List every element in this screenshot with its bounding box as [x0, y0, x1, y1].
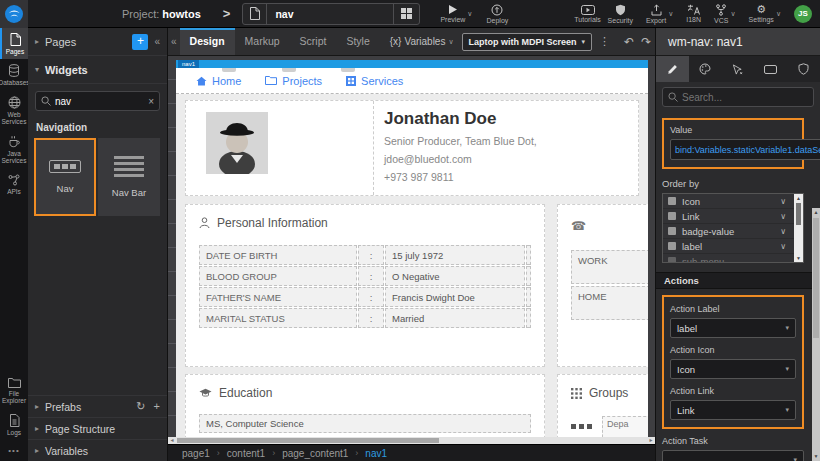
- variables-section-header[interactable]: ▸ Variables: [28, 439, 167, 461]
- listbox-scrollbar[interactable]: ▲ ▼: [794, 194, 803, 262]
- personal-info-card[interactable]: Personal Information DATE OF BIRTH : 15 …: [185, 204, 545, 367]
- order-by-item-label[interactable]: label ∨: [663, 239, 803, 254]
- drag-handle[interactable]: [341, 68, 355, 72]
- nav-link-projects[interactable]: Projects: [265, 75, 322, 87]
- breadcrumb-nav1[interactable]: nav1: [365, 448, 387, 459]
- pages-grid-icon[interactable]: [393, 4, 419, 24]
- rail-item-web-services[interactable]: Web Services: [0, 91, 28, 130]
- more-options-icon[interactable]: ⋮: [599, 35, 610, 48]
- tab-events[interactable]: [722, 56, 755, 82]
- widget-tile-navbar[interactable]: Nav Bar: [98, 138, 160, 216]
- rail-item-apis[interactable]: APIs: [0, 169, 28, 199]
- groups-card[interactable]: Groups Depa ▾: [557, 374, 648, 437]
- tab-style[interactable]: Style: [336, 28, 379, 55]
- panel-scrollbar[interactable]: ▲ ▼: [812, 208, 820, 461]
- scroll-left-icon[interactable]: ◂: [168, 437, 176, 444]
- checkbox[interactable]: [668, 227, 676, 235]
- widget-selection-bar[interactable]: nav1: [176, 60, 648, 68]
- refresh-prefabs-icon[interactable]: ↻: [136, 400, 145, 413]
- tab-script[interactable]: Script: [290, 28, 337, 55]
- chevron-down-icon[interactable]: ∨: [780, 212, 786, 221]
- action-label-select[interactable]: label ▾: [670, 318, 796, 338]
- order-by-item-badge-value[interactable]: badge-value ∨: [663, 224, 803, 239]
- tutorials-button[interactable]: Tutorials: [574, 5, 601, 23]
- rail-item-java-services[interactable]: Java Services: [0, 130, 28, 169]
- breadcrumb-content1[interactable]: content1: [227, 448, 265, 459]
- scrollbar-thumb[interactable]: [177, 438, 439, 443]
- canvas-page[interactable]: nav1 Home Projects: [176, 60, 648, 437]
- chevron-down-icon[interactable]: ∨: [780, 227, 786, 236]
- tab-device[interactable]: [754, 56, 787, 82]
- collapse-left-icon[interactable]: «: [168, 36, 180, 47]
- checkbox[interactable]: [668, 197, 676, 205]
- add-prefab-icon[interactable]: +: [154, 400, 160, 413]
- profile-card[interactable]: Jonathan Doe Senior Producer, Team Blue …: [185, 100, 639, 196]
- security-button[interactable]: Security: [608, 4, 633, 24]
- scroll-down-icon[interactable]: ▼: [812, 452, 820, 461]
- tab-styles[interactable]: [689, 56, 722, 82]
- variables-dropdown[interactable]: {x} Variables ∨: [390, 36, 454, 47]
- add-page-button[interactable]: +: [132, 34, 148, 50]
- export-button[interactable]: Export: [646, 4, 666, 24]
- vcs-chevron-icon[interactable]: ∨: [730, 10, 735, 18]
- pages-section-header[interactable]: ▸ Pages + «: [28, 28, 167, 56]
- drag-handle[interactable]: [222, 68, 236, 72]
- preview-button[interactable]: Preview: [440, 4, 465, 23]
- action-task-select[interactable]: ▾: [662, 450, 804, 461]
- i18n-button[interactable]: I18N: [686, 4, 701, 23]
- rail-item-file-explorer[interactable]: File Explorer: [0, 372, 28, 409]
- action-icon-select[interactable]: Icon ▾: [670, 359, 796, 379]
- device-selector[interactable]: Laptop with MDPI Screen ▾: [462, 33, 593, 51]
- scroll-right-icon[interactable]: ▸: [647, 437, 655, 444]
- export-chevron-icon[interactable]: ∨: [668, 10, 673, 18]
- app-logo[interactable]: [0, 0, 28, 28]
- tab-markup[interactable]: Markup: [235, 28, 290, 55]
- value-binding-input[interactable]: bind:Variables.staticVariable1.dataSet ×: [670, 139, 820, 160]
- settings-chevron-icon[interactable]: ∨: [776, 10, 781, 18]
- widget-search-input[interactable]: [55, 96, 144, 107]
- undo-icon[interactable]: ↶: [624, 35, 634, 49]
- user-avatar[interactable]: JS: [794, 5, 812, 23]
- nav-link-services[interactable]: Services: [346, 75, 403, 87]
- rail-more-icon[interactable]: •••: [0, 440, 28, 461]
- checkbox[interactable]: [668, 242, 676, 250]
- rail-item-logs[interactable]: Logs: [0, 409, 28, 440]
- redo-icon[interactable]: ↷: [641, 35, 651, 49]
- breadcrumb-page-content1[interactable]: page_content1: [282, 448, 348, 459]
- order-by-item-link[interactable]: Link ∨: [663, 209, 803, 224]
- order-by-item-partial[interactable]: sub-menu: [663, 254, 803, 263]
- tab-security[interactable]: [787, 56, 820, 82]
- action-link-select[interactable]: Link ▾: [670, 400, 796, 420]
- order-by-item-icon[interactable]: Icon ∨: [663, 194, 803, 209]
- tab-properties[interactable]: [656, 56, 689, 82]
- checkbox[interactable]: [668, 257, 676, 263]
- prefabs-section-header[interactable]: ▸ Prefabs ↻ +: [28, 395, 167, 417]
- properties-search-input[interactable]: [682, 92, 808, 103]
- vcs-button[interactable]: VCS: [714, 4, 728, 24]
- scrollbar-thumb[interactable]: [796, 203, 801, 225]
- tab-design[interactable]: Design: [180, 28, 235, 55]
- rail-item-databases[interactable]: Databases: [0, 59, 28, 90]
- breadcrumb-page1[interactable]: page1: [182, 448, 210, 459]
- rail-item-pages[interactable]: Pages: [0, 28, 28, 59]
- drag-handle[interactable]: [282, 68, 296, 72]
- nav-widget[interactable]: Home Projects Services: [176, 68, 648, 94]
- widget-tile-nav[interactable]: Nav: [34, 138, 96, 216]
- preview-chevron-icon[interactable]: ∨: [467, 10, 472, 18]
- checkbox[interactable]: [668, 212, 676, 220]
- clear-search-icon[interactable]: ×: [148, 96, 154, 107]
- scrollbar-thumb[interactable]: [813, 218, 819, 338]
- deploy-button[interactable]: Deploy: [486, 4, 508, 24]
- scroll-up-icon[interactable]: ▲: [812, 208, 820, 217]
- page-structure-section-header[interactable]: ▸ Page Structure: [28, 417, 167, 439]
- chevron-down-icon[interactable]: ∨: [780, 242, 786, 251]
- education-card[interactable]: Education MS, Computer Science: [185, 374, 545, 437]
- chevron-down-icon[interactable]: ∨: [780, 197, 786, 206]
- canvas-horizontal-scrollbar[interactable]: [168, 437, 655, 444]
- settings-button[interactable]: ⚙ Settings: [749, 4, 774, 23]
- scroll-down-icon[interactable]: ▼: [794, 254, 803, 262]
- page-selector[interactable]: nav: [242, 3, 420, 25]
- contact-card[interactable]: ☎ WORK HOME: [557, 204, 648, 367]
- collapse-panel-icon[interactable]: «: [154, 36, 160, 47]
- widgets-section-header[interactable]: ▾ Widgets: [28, 56, 167, 84]
